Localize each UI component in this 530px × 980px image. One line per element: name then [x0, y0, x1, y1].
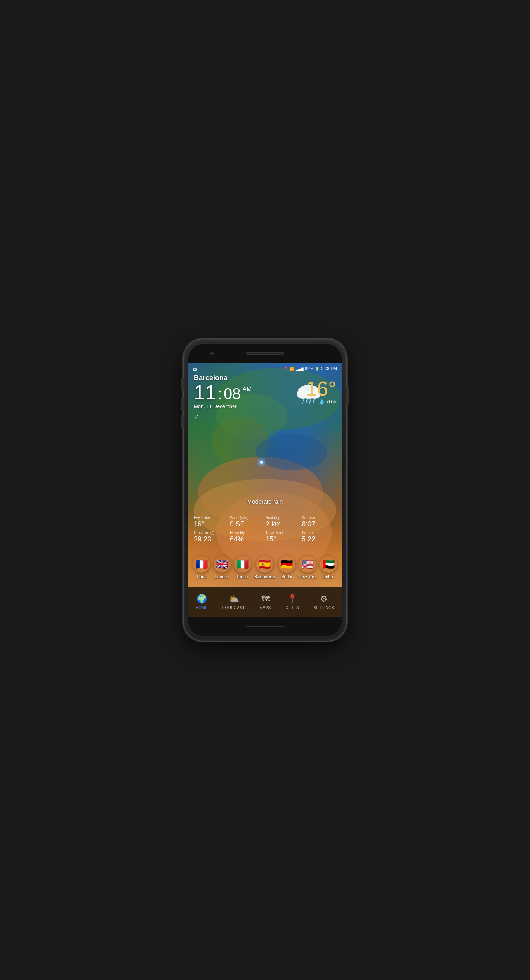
nav-label-maps: MAPS [259, 606, 271, 610]
visibility-label: Visibility [266, 516, 300, 520]
nav-label-settings: SETTINGS [313, 606, 334, 610]
city-label-rome: Rome [237, 574, 248, 579]
city-item-barcelona[interactable]: 🇪🇸Barcelona [254, 556, 275, 579]
dew-point-value: 15° [266, 536, 300, 543]
nav-item-maps[interactable]: 🗺MAPS [255, 591, 275, 613]
city-item-berlin[interactable]: 🇩🇪Berlin [278, 556, 295, 579]
status-bar: 🖼 📍 📶 ▂▄▆ 89% 🔋 2:08 PM [188, 363, 342, 374]
wifi-icon: 📶 [289, 367, 294, 371]
wind-label: Wind (m/s) [230, 516, 264, 520]
nav-label-home: HOME [196, 606, 208, 610]
phone-device: 🖼 📍 📶 ▂▄▆ 89% 🔋 2:08 PM Barcelona 11 : 0 [184, 339, 346, 641]
temperature-value: 16° [306, 377, 336, 400]
city-item-dubai[interactable]: 🇦🇪Dubai [320, 556, 337, 579]
svg-point-5 [256, 434, 327, 470]
status-time: 2:08 PM [321, 366, 337, 371]
sunrise-value: 8:07 [302, 521, 336, 528]
flag-london: 🇬🇧 [214, 556, 231, 573]
city-item-london[interactable]: 🇬🇧London [214, 556, 231, 579]
pressure-label: Pressure (") [194, 531, 228, 535]
city-label-berlin: Berlin [281, 574, 292, 579]
weather-header: Barcelona 11 : 08 AM Mon, 11 December ⤢ [194, 374, 251, 420]
flag-berlin: 🇩🇪 [278, 556, 295, 573]
weather-stats-grid: Feels like 16° Pressure (") 29.23 Wind (… [194, 516, 336, 543]
status-right-area: 📍 📶 ▂▄▆ 89% 🔋 2:08 PM [283, 366, 337, 371]
time-colon: : [218, 385, 222, 403]
bottom-bezel [188, 617, 342, 636]
city-label-paris: Paris [197, 574, 207, 579]
flag-dubai: 🇦🇪 [320, 556, 337, 573]
sunrise-label: Sunrise [302, 516, 336, 520]
visibility-value: 2 km [266, 521, 300, 528]
time-hour: 11 [194, 382, 216, 402]
flag-paris: 🇫🇷 [193, 556, 210, 573]
nav-label-cities: CITIES [286, 606, 299, 610]
nav-icon-maps: 🗺 [261, 594, 270, 604]
status-left-icons: 🖼 [193, 365, 197, 372]
screen: 🖼 📍 📶 ▂▄▆ 89% 🔋 2:08 PM Barcelona 11 : 0 [188, 363, 342, 617]
nav-label-forecast: FORECAST [222, 606, 245, 610]
nav-icon-cities: 📍 [287, 594, 297, 604]
city-label-dubai: Dubai [323, 574, 334, 579]
battery-percentage: 89% [305, 366, 313, 371]
city-label-barcelona: Barcelona [254, 574, 275, 579]
nav-icon-settings: ⚙ [320, 594, 328, 604]
nav-item-settings[interactable]: ⚙SETTINGS [309, 591, 339, 613]
sunset-value: 5:22 [302, 536, 336, 543]
time-display: 11 : 08 AM [194, 382, 251, 403]
feels-like-stat: Feels like 16° Pressure (") 29.23 [194, 516, 228, 543]
nav-icon-forecast: ⛅ [229, 594, 239, 604]
city-label-london: London [215, 574, 229, 579]
visibility-stat: Visibility 2 km Dew Point 15° [266, 516, 300, 543]
svg-line-11 [303, 400, 304, 403]
humidity-label: Humidity [230, 531, 264, 535]
feels-like-label: Feels like [194, 516, 228, 520]
nav-item-cities[interactable]: 📍CITIES [281, 591, 304, 613]
wind-value: 9 SE [230, 521, 264, 528]
battery-icon: 🔋 [315, 367, 320, 371]
dew-point-label: Dew Point [266, 531, 300, 535]
bottom-navigation: 🌍HOME⛅FORECAST🗺MAPS📍CITIES⚙SETTINGS [188, 587, 342, 617]
gallery-icon: 🖼 [193, 367, 197, 372]
cities-carousel: 🇫🇷Paris🇬🇧London🇮🇹Rome🇪🇸Barcelona🇩🇪Berlin… [188, 548, 342, 587]
city-label-new-york: New York [299, 574, 316, 579]
nav-item-home[interactable]: 🌍HOME [191, 591, 213, 613]
nav-icon-home: 🌍 [197, 594, 207, 604]
temperature-display: 16° 💧 70% [306, 379, 336, 405]
camera [210, 352, 214, 355]
drop-icon: 💧 [319, 399, 325, 405]
flag-new-york: 🇺🇸 [299, 556, 316, 573]
time-ampm: AM [242, 386, 251, 393]
speaker [246, 352, 284, 355]
weather-condition: Moderate rain [247, 498, 283, 505]
humidity-percentage: 70% [326, 399, 336, 405]
city-item-rome[interactable]: 🇮🇹Rome [234, 556, 251, 579]
signal-icon: ▂▄▆ [296, 367, 303, 371]
humidity-value: 64% [230, 536, 264, 543]
date-text: Mon, 11 December [194, 403, 251, 409]
pressure-value: 29.23 [194, 536, 228, 543]
nav-item-forecast[interactable]: ⛅FORECAST [218, 591, 250, 613]
city-item-paris[interactable]: 🇫🇷Paris [193, 556, 210, 579]
location-indicator [259, 459, 264, 465]
sunset-label: Sunset [302, 531, 336, 535]
wind-stat: Wind (m/s) 9 SE Humidity 64% [230, 516, 264, 543]
sunrise-stat: Sunrise 8:07 Sunset 5:22 [302, 516, 336, 543]
phone-screen-container: 🖼 📍 📶 ▂▄▆ 89% 🔋 2:08 PM Barcelona 11 : 0 [188, 344, 342, 636]
share-icon[interactable]: ⤢ [194, 413, 251, 420]
city-item-new-york[interactable]: 🇺🇸New York [299, 556, 316, 579]
flag-rome: 🇮🇹 [234, 556, 251, 573]
feels-like-value: 16° [194, 521, 228, 528]
home-bar [246, 626, 284, 627]
flag-barcelona: 🇪🇸 [256, 556, 273, 573]
location-status-icon: 📍 [283, 367, 288, 371]
top-bezel [188, 344, 342, 363]
time-minutes: 08 [224, 385, 241, 403]
